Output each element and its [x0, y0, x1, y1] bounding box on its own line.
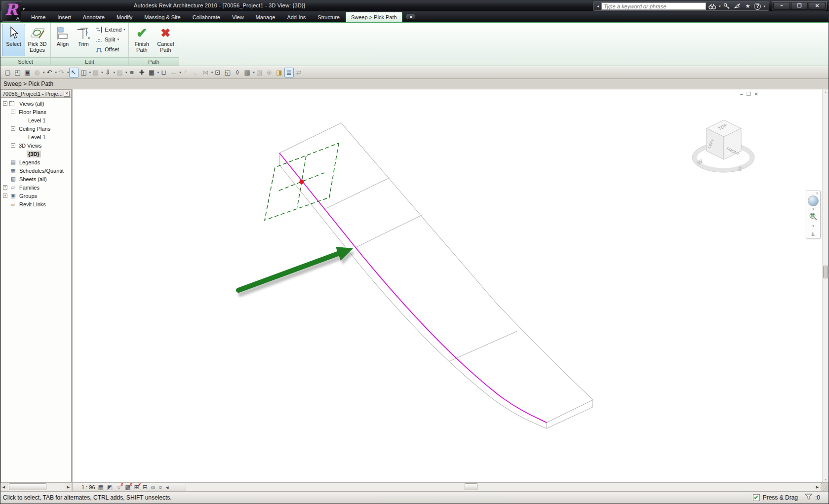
- restore-button[interactable]: ❐: [791, 2, 808, 9]
- scale-label[interactable]: 1 : 96: [81, 484, 95, 490]
- tab-sweep-pick-path[interactable]: Sweep > Pick Path: [346, 12, 402, 22]
- align-icon[interactable]: ≡: [127, 68, 137, 78]
- split-button[interactable]: Split ▾: [94, 36, 127, 43]
- browser-item-level-1[interactable]: Level 1: [1, 116, 71, 124]
- scroll-down-icon[interactable]: ▼: [823, 478, 829, 481]
- infocenter-collapse-icon[interactable]: ◂: [597, 4, 599, 8]
- drawing-area[interactable]: –❐✕: [73, 89, 829, 482]
- reveal-hidden-icon[interactable]: ○: [158, 484, 162, 490]
- browser-item-ceiling-plans[interactable]: -Ceiling Plans: [1, 124, 71, 133]
- drawing-scroll-thumb[interactable]: [465, 483, 477, 490]
- browser-item-groups[interactable]: +▣Groups: [1, 192, 71, 200]
- fillet-icon[interactable]: ◜: [181, 68, 191, 78]
- view-close-icon[interactable]: ✕: [754, 92, 758, 97]
- tab-modify[interactable]: Modify: [111, 12, 138, 22]
- project-browser-close-icon[interactable]: ✕: [64, 91, 70, 97]
- offset-icon[interactable]: ⊔: [159, 68, 168, 78]
- browser-scroll-track[interactable]: [7, 483, 65, 491]
- steering-wheel-icon[interactable]: [808, 195, 819, 206]
- chamfer-icon[interactable]: ◟: [191, 68, 200, 78]
- browser-scroll-left-icon[interactable]: ◀: [0, 485, 7, 489]
- tree-plus-expander[interactable]: +: [3, 194, 7, 198]
- new-file-icon[interactable]: ▢: [3, 68, 12, 78]
- move-icon[interactable]: ✚: [137, 68, 147, 78]
- browser-item-floor-plans[interactable]: -Floor Plans: [1, 108, 71, 116]
- tab-manage[interactable]: Manage: [250, 12, 281, 22]
- viewcube[interactable]: W S TOP LEFT FRONT: [692, 120, 754, 173]
- tab-annotate[interactable]: Annotate: [77, 12, 111, 22]
- import-cad-icon[interactable]: ⇩: [103, 68, 113, 78]
- browser-scroll-right-icon[interactable]: ▶: [65, 485, 72, 489]
- crop-visibility-icon[interactable]: ⊟: [143, 484, 148, 490]
- detail-level-icon[interactable]: ▦: [98, 484, 104, 490]
- application-menu-button[interactable]: R A: [1, 1, 21, 22]
- tab-collaborate[interactable]: Collaborate: [187, 12, 226, 22]
- tree-minus-expander[interactable]: -: [3, 101, 7, 106]
- application-menu-dropdown-icon[interactable]: ▾: [23, 7, 25, 11]
- finish-path-button[interactable]: ✔ Finish Path: [130, 24, 154, 56]
- browser-item-level-1[interactable]: Level 1: [1, 133, 71, 141]
- open-icon[interactable]: ◰: [13, 68, 22, 78]
- browser-item-sheets-all[interactable]: ▧Sheets (all): [1, 175, 71, 183]
- tab-view[interactable]: View: [226, 12, 250, 22]
- tree-minus-expander[interactable]: -: [11, 143, 15, 148]
- vertical-scroll-thumb[interactable]: [823, 266, 828, 278]
- extend-dropdown-icon[interactable]: ▾: [123, 28, 125, 32]
- group-icon[interactable]: ▤: [91, 68, 100, 78]
- sweep-path-edge[interactable]: [279, 153, 547, 423]
- view-minimize-icon[interactable]: –: [740, 92, 743, 97]
- crop-view-icon[interactable]: ⊞✗: [134, 484, 139, 490]
- zoom-dropdown-icon[interactable]: ▾: [812, 224, 814, 228]
- resize-grip[interactable]: [821, 483, 829, 491]
- paint-icon[interactable]: ◨: [275, 68, 284, 78]
- redo-icon[interactable]: ↷: [57, 68, 66, 78]
- tab-home[interactable]: Home: [25, 12, 51, 22]
- undo-icon[interactable]: ↶: [45, 68, 54, 78]
- navbar-close-icon[interactable]: ✕: [816, 192, 819, 195]
- browser-item-revit-links[interactable]: ∞Revit Links: [1, 200, 71, 208]
- select-button[interactable]: Select: [2, 24, 25, 56]
- favorites-star-icon[interactable]: ★: [744, 3, 751, 10]
- browser-item-legends[interactable]: ▤Legends: [1, 158, 71, 166]
- copy-icon[interactable]: ▧: [255, 68, 264, 78]
- browser-scroll-thumb[interactable]: [9, 483, 46, 490]
- split-dropdown-icon[interactable]: ▾: [117, 38, 119, 41]
- fill-pattern-icon[interactable]: ▨: [115, 68, 124, 78]
- thin-lines-icon[interactable]: ≣: [284, 68, 294, 78]
- save-icon[interactable]: ▣: [23, 68, 32, 78]
- align-button[interactable]: Align: [52, 24, 73, 56]
- temporary-hide-icon[interactable]: ∞: [151, 484, 156, 490]
- filter-icon[interactable]: [805, 494, 812, 502]
- search-input[interactable]: [601, 2, 706, 10]
- browser-item-3d-views[interactable]: -3D Views: [1, 141, 71, 150]
- tab-insert[interactable]: Insert: [51, 12, 77, 22]
- browser-horizontal-scrollbar[interactable]: ◀ ▶: [0, 483, 73, 491]
- view-restore-icon[interactable]: ❐: [747, 92, 751, 97]
- search-dropdown-icon[interactable]: ▾: [719, 4, 721, 8]
- pick-3d-edges-button[interactable]: Pick 3D Edges: [26, 24, 49, 56]
- render-dropdown-icon[interactable]: ▾: [43, 71, 45, 75]
- callout-icon[interactable]: ◱: [223, 68, 232, 78]
- scroll-up-icon[interactable]: ▲: [823, 90, 829, 94]
- window-tile-icon[interactable]: ▥: [242, 68, 252, 78]
- section-box-icon[interactable]: ⊡: [213, 68, 222, 78]
- visual-style-icon[interactable]: ◩: [107, 484, 113, 490]
- zoom-icon[interactable]: [809, 212, 818, 223]
- sun-path-icon[interactable]: ☼✗: [116, 484, 121, 490]
- trim-button[interactable]: Trim: [74, 24, 93, 56]
- mirror-icon[interactable]: ⋈: [201, 68, 210, 78]
- help-dropdown-icon[interactable]: ▾: [763, 4, 765, 8]
- browser-item-families[interactable]: +▱Families: [1, 183, 71, 192]
- sync-icon[interactable]: ⇄: [294, 68, 304, 78]
- model-view[interactable]: W S TOP LEFT FRONT: [73, 89, 823, 482]
- tree-plus-expander[interactable]: +: [3, 185, 7, 190]
- extend-button[interactable]: Extend ▾: [94, 26, 127, 33]
- minimize-button[interactable]: –: [773, 2, 790, 9]
- tab-structure[interactable]: Structure: [312, 12, 346, 22]
- close-button[interactable]: ✕: [809, 2, 826, 9]
- tree-minus-expander[interactable]: -: [11, 110, 15, 114]
- tab-massing-site[interactable]: Massing & Site: [138, 12, 186, 22]
- browser-item-views-all[interactable]: -Views (all): [1, 99, 71, 108]
- browser-item-schedules-quantit[interactable]: ▦Schedules/Quantit: [1, 166, 71, 175]
- modify-cursor-icon[interactable]: ↖: [69, 68, 79, 78]
